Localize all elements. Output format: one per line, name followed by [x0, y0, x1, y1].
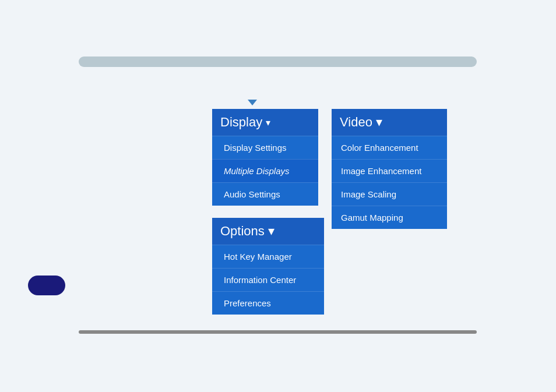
image-scaling-item[interactable]: Image Scaling — [332, 182, 447, 206]
bottom-bar — [79, 330, 477, 334]
top-scrollbar — [79, 56, 477, 67]
display-menu-header[interactable]: Display ▾ — [212, 109, 318, 136]
display-settings-item[interactable]: Display Settings — [212, 136, 318, 159]
gamut-mapping-item[interactable]: Gamut Mapping — [332, 206, 447, 229]
hot-key-manager-item[interactable]: Hot Key Manager — [212, 245, 324, 268]
video-menu-header-label: Video — [340, 115, 372, 130]
options-menu-header[interactable]: Options ▾ — [212, 218, 324, 245]
display-menu: Display ▾ Display Settings Multiple Disp… — [212, 109, 318, 206]
color-enhancement-item[interactable]: Color Enhancement — [332, 136, 447, 159]
preferences-item[interactable]: Preferences — [212, 291, 324, 315]
options-menu-header-label: Options — [220, 224, 265, 239]
video-menu-header[interactable]: Video ▾ — [332, 109, 447, 136]
information-center-item[interactable]: Information Center — [212, 268, 324, 291]
video-menu: Video ▾ Color Enhancement Image Enhancem… — [332, 109, 447, 229]
display-menu-chevron: ▾ — [266, 117, 270, 128]
image-enhancement-item[interactable]: Image Enhancement — [332, 159, 447, 182]
audio-settings-item[interactable]: Audio Settings — [212, 182, 318, 206]
multiple-displays-item[interactable]: Multiple Displays — [212, 159, 318, 182]
options-menu-chevron: ▾ — [268, 224, 275, 239]
video-menu-chevron: ▾ — [376, 115, 382, 130]
options-menu: Options ▾ Hot Key Manager Information Ce… — [212, 218, 324, 315]
left-oval-button[interactable] — [28, 276, 65, 295]
dropdown-arrow-icon[interactable] — [247, 98, 258, 107]
display-menu-header-label: Display — [220, 115, 262, 130]
